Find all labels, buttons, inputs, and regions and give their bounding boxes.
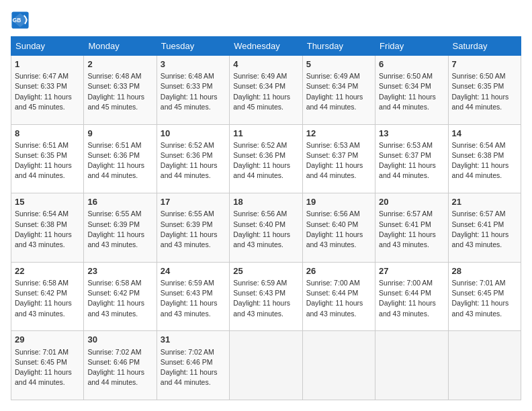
day-number: 16 bbox=[87, 196, 152, 208]
day-number: 8 bbox=[15, 128, 80, 140]
day-number: 19 bbox=[306, 196, 371, 208]
day-detail: Sunrise: 6:49 AMSunset: 6:34 PMDaylight:… bbox=[306, 71, 371, 112]
logo-icon: GB bbox=[11, 11, 30, 30]
day-cell: 31Sunrise: 7:02 AMSunset: 6:46 PMDayligh… bbox=[157, 331, 229, 400]
day-cell: 21Sunrise: 6:57 AMSunset: 6:41 PMDayligh… bbox=[448, 193, 521, 263]
header-row: SundayMondayTuesdayWednesdayThursdayFrid… bbox=[11, 37, 521, 56]
header-day-wednesday: Wednesday bbox=[230, 37, 302, 56]
day-number: 25 bbox=[233, 265, 298, 277]
calendar-table: SundayMondayTuesdayWednesdayThursdayFrid… bbox=[11, 36, 521, 400]
day-detail: Sunrise: 6:52 AMSunset: 6:36 PMDaylight:… bbox=[233, 140, 298, 181]
day-cell: 13Sunrise: 6:53 AMSunset: 6:37 PMDayligh… bbox=[375, 124, 448, 193]
day-detail: Sunrise: 6:58 AMSunset: 6:42 PMDaylight:… bbox=[15, 278, 80, 319]
day-number: 1 bbox=[15, 58, 80, 71]
calendar-body: 1Sunrise: 6:47 AMSunset: 6:33 PMDaylight… bbox=[11, 56, 521, 400]
day-detail: Sunrise: 7:02 AMSunset: 6:46 PMDaylight:… bbox=[161, 347, 226, 388]
day-detail: Sunrise: 7:00 AMSunset: 6:44 PMDaylight:… bbox=[306, 278, 371, 319]
day-number: 7 bbox=[452, 58, 517, 71]
day-cell: 4Sunrise: 6:49 AMSunset: 6:34 PMDaylight… bbox=[230, 56, 302, 125]
day-number: 22 bbox=[15, 265, 80, 277]
day-cell: 18Sunrise: 6:56 AMSunset: 6:40 PMDayligh… bbox=[230, 193, 302, 263]
day-detail: Sunrise: 6:56 AMSunset: 6:40 PMDaylight:… bbox=[233, 209, 298, 250]
day-cell bbox=[230, 331, 302, 400]
day-number: 4 bbox=[233, 58, 298, 71]
day-cell: 8Sunrise: 6:51 AMSunset: 6:35 PMDaylight… bbox=[11, 124, 84, 193]
day-number: 13 bbox=[379, 128, 444, 140]
page: GB SundayMondayTuesdayWednesdayThursdayF… bbox=[0, 0, 532, 411]
calendar-header: SundayMondayTuesdayWednesdayThursdayFrid… bbox=[11, 37, 521, 56]
day-detail: Sunrise: 6:58 AMSunset: 6:42 PMDaylight:… bbox=[87, 278, 152, 319]
day-detail: Sunrise: 6:47 AMSunset: 6:33 PMDaylight:… bbox=[15, 71, 80, 112]
header-day-sunday: Sunday bbox=[11, 37, 84, 56]
day-cell: 12Sunrise: 6:53 AMSunset: 6:37 PMDayligh… bbox=[302, 124, 375, 193]
logo: GB bbox=[11, 11, 32, 30]
day-detail: Sunrise: 7:01 AMSunset: 6:45 PMDaylight:… bbox=[452, 278, 517, 319]
day-number: 31 bbox=[161, 334, 226, 346]
header-day-saturday: Saturday bbox=[448, 37, 521, 56]
day-cell: 27Sunrise: 7:00 AMSunset: 6:44 PMDayligh… bbox=[375, 262, 448, 331]
day-detail: Sunrise: 6:51 AMSunset: 6:35 PMDaylight:… bbox=[15, 140, 80, 181]
day-cell: 14Sunrise: 6:54 AMSunset: 6:38 PMDayligh… bbox=[448, 124, 521, 193]
day-cell: 22Sunrise: 6:58 AMSunset: 6:42 PMDayligh… bbox=[11, 262, 84, 331]
day-cell: 10Sunrise: 6:52 AMSunset: 6:36 PMDayligh… bbox=[157, 124, 229, 193]
day-number: 26 bbox=[306, 265, 371, 277]
day-cell: 5Sunrise: 6:49 AMSunset: 6:34 PMDaylight… bbox=[302, 56, 375, 125]
day-cell: 6Sunrise: 6:50 AMSunset: 6:34 PMDaylight… bbox=[375, 56, 448, 125]
day-cell: 11Sunrise: 6:52 AMSunset: 6:36 PMDayligh… bbox=[230, 124, 302, 193]
day-cell: 26Sunrise: 7:00 AMSunset: 6:44 PMDayligh… bbox=[302, 262, 375, 331]
day-cell: 16Sunrise: 6:55 AMSunset: 6:39 PMDayligh… bbox=[84, 193, 157, 263]
header: GB bbox=[11, 11, 521, 30]
day-cell: 29Sunrise: 7:01 AMSunset: 6:45 PMDayligh… bbox=[11, 331, 84, 400]
day-detail: Sunrise: 6:48 AMSunset: 6:33 PMDaylight:… bbox=[161, 71, 226, 112]
day-number: 2 bbox=[87, 58, 152, 71]
day-number: 11 bbox=[233, 128, 298, 140]
day-cell: 19Sunrise: 6:56 AMSunset: 6:40 PMDayligh… bbox=[302, 193, 375, 263]
week-row-2: 8Sunrise: 6:51 AMSunset: 6:35 PMDaylight… bbox=[11, 124, 521, 193]
day-number: 15 bbox=[15, 196, 80, 208]
day-cell: 20Sunrise: 6:57 AMSunset: 6:41 PMDayligh… bbox=[375, 193, 448, 263]
day-detail: Sunrise: 7:01 AMSunset: 6:45 PMDaylight:… bbox=[15, 347, 80, 388]
day-detail: Sunrise: 6:49 AMSunset: 6:34 PMDaylight:… bbox=[233, 71, 298, 112]
day-number: 6 bbox=[379, 58, 444, 71]
day-number: 28 bbox=[452, 265, 517, 277]
header-day-monday: Monday bbox=[84, 37, 157, 56]
day-cell: 28Sunrise: 7:01 AMSunset: 6:45 PMDayligh… bbox=[448, 262, 521, 331]
day-number: 17 bbox=[161, 196, 226, 208]
day-number: 5 bbox=[306, 58, 371, 71]
header-day-friday: Friday bbox=[375, 37, 448, 56]
day-detail: Sunrise: 6:59 AMSunset: 6:43 PMDaylight:… bbox=[233, 278, 298, 319]
day-detail: Sunrise: 6:57 AMSunset: 6:41 PMDaylight:… bbox=[379, 209, 444, 250]
day-number: 27 bbox=[379, 265, 444, 277]
day-detail: Sunrise: 6:54 AMSunset: 6:38 PMDaylight:… bbox=[15, 209, 80, 250]
day-cell: 9Sunrise: 6:51 AMSunset: 6:36 PMDaylight… bbox=[84, 124, 157, 193]
day-number: 30 bbox=[87, 334, 152, 346]
day-cell: 1Sunrise: 6:47 AMSunset: 6:33 PMDaylight… bbox=[11, 56, 84, 125]
day-cell: 2Sunrise: 6:48 AMSunset: 6:33 PMDaylight… bbox=[84, 56, 157, 125]
week-row-4: 22Sunrise: 6:58 AMSunset: 6:42 PMDayligh… bbox=[11, 262, 521, 331]
day-detail: Sunrise: 6:53 AMSunset: 6:37 PMDaylight:… bbox=[379, 140, 444, 181]
day-number: 18 bbox=[233, 196, 298, 208]
day-detail: Sunrise: 6:54 AMSunset: 6:38 PMDaylight:… bbox=[452, 140, 517, 181]
day-detail: Sunrise: 6:48 AMSunset: 6:33 PMDaylight:… bbox=[87, 71, 152, 112]
day-cell: 23Sunrise: 6:58 AMSunset: 6:42 PMDayligh… bbox=[84, 262, 157, 331]
day-detail: Sunrise: 7:00 AMSunset: 6:44 PMDaylight:… bbox=[379, 278, 444, 319]
week-row-5: 29Sunrise: 7:01 AMSunset: 6:45 PMDayligh… bbox=[11, 331, 521, 400]
day-number: 9 bbox=[87, 128, 152, 140]
day-detail: Sunrise: 7:02 AMSunset: 6:46 PMDaylight:… bbox=[87, 347, 152, 388]
day-detail: Sunrise: 6:50 AMSunset: 6:35 PMDaylight:… bbox=[452, 71, 517, 112]
day-number: 29 bbox=[15, 334, 80, 346]
day-detail: Sunrise: 6:55 AMSunset: 6:39 PMDaylight:… bbox=[161, 209, 226, 250]
day-cell bbox=[448, 331, 521, 400]
day-number: 21 bbox=[452, 196, 517, 208]
header-day-thursday: Thursday bbox=[302, 37, 375, 56]
day-detail: Sunrise: 6:59 AMSunset: 6:43 PMDaylight:… bbox=[161, 278, 226, 319]
day-cell: 15Sunrise: 6:54 AMSunset: 6:38 PMDayligh… bbox=[11, 193, 84, 263]
day-cell: 7Sunrise: 6:50 AMSunset: 6:35 PMDaylight… bbox=[448, 56, 521, 125]
day-cell: 30Sunrise: 7:02 AMSunset: 6:46 PMDayligh… bbox=[84, 331, 157, 400]
day-number: 23 bbox=[87, 265, 152, 277]
day-detail: Sunrise: 6:52 AMSunset: 6:36 PMDaylight:… bbox=[161, 140, 226, 181]
day-number: 12 bbox=[306, 128, 371, 140]
day-number: 14 bbox=[452, 128, 517, 140]
day-cell: 3Sunrise: 6:48 AMSunset: 6:33 PMDaylight… bbox=[157, 56, 229, 125]
header-day-tuesday: Tuesday bbox=[157, 37, 229, 56]
